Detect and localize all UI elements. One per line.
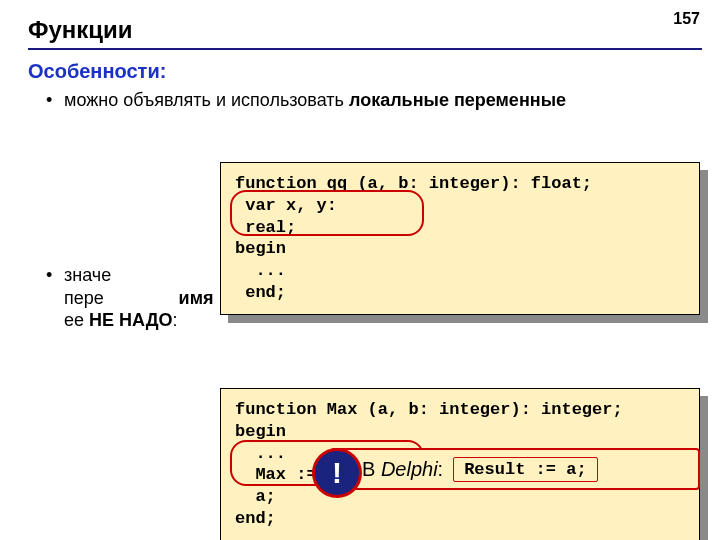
exclamation-icon: ! [312,448,362,498]
bullet-item-1: можно объявлять и использовать локальные… [46,89,720,112]
delphi-label-colon: : [438,458,444,480]
bullet-list: можно объявлять и использовать локальные… [46,89,720,112]
delphi-label: В Delphi: [362,458,443,481]
code1-body: function qq (a, b: integer): float; var … [220,162,700,315]
b2-l1-pre: значе [64,265,111,285]
code-block-1: function qq (a, b: integer): float; var … [220,162,700,315]
delphi-label-pre: В [362,458,381,480]
section-subhead: Особенности: [28,60,720,83]
delphi-code: Result := a; [453,457,597,482]
b2-l2-b1: имя [179,288,214,308]
b2-end: : [173,310,178,330]
b2-l2-pre: пере [64,288,104,308]
b2-l2-b3: НЕ НАДО [89,310,173,330]
delphi-callout: ! В Delphi: Result := a; [330,448,700,490]
title-rule [28,48,702,50]
page-number: 157 [673,10,700,28]
delphi-label-name: Delphi [381,458,438,480]
page-title: Функции [28,16,720,44]
bullet1-text: можно объявлять и использовать [64,90,349,110]
bullet1-bold: локальные переменные [349,90,566,110]
